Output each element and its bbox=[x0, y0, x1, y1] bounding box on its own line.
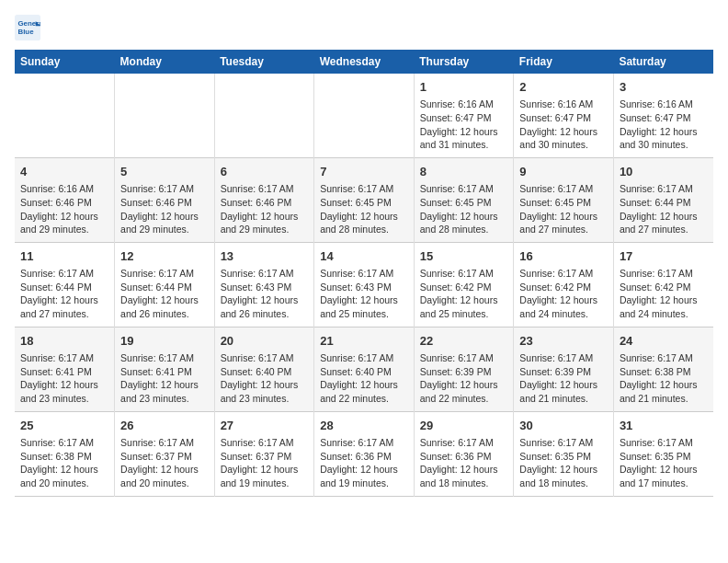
day-info: Sunrise: 6:17 AM Sunset: 6:35 PM Dayligh… bbox=[519, 436, 608, 490]
day-number: 29 bbox=[420, 418, 508, 434]
calendar-cell: 27Sunrise: 6:17 AM Sunset: 6:37 PM Dayli… bbox=[214, 411, 314, 496]
calendar-cell: 31Sunrise: 6:17 AM Sunset: 6:35 PM Dayli… bbox=[613, 411, 713, 496]
day-number: 26 bbox=[120, 418, 209, 434]
day-number: 19 bbox=[120, 333, 209, 350]
calendar-cell: 24Sunrise: 6:17 AM Sunset: 6:38 PM Dayli… bbox=[613, 327, 713, 411]
day-info: Sunrise: 6:17 AM Sunset: 6:38 PM Dayligh… bbox=[20, 436, 108, 490]
calendar-cell: 16Sunrise: 6:17 AM Sunset: 6:42 PM Dayli… bbox=[514, 242, 614, 327]
day-number: 1 bbox=[420, 79, 508, 96]
day-number: 21 bbox=[320, 333, 408, 350]
day-number: 18 bbox=[20, 333, 108, 350]
day-info: Sunrise: 6:16 AM Sunset: 6:47 PM Dayligh… bbox=[519, 98, 608, 152]
calendar-cell: 12Sunrise: 6:17 AM Sunset: 6:44 PM Dayli… bbox=[115, 242, 215, 327]
day-info: Sunrise: 6:17 AM Sunset: 6:40 PM Dayligh… bbox=[221, 351, 309, 406]
calendar-cell: 28Sunrise: 6:17 AM Sunset: 6:36 PM Dayli… bbox=[314, 411, 415, 496]
day-info: Sunrise: 6:17 AM Sunset: 6:36 PM Dayligh… bbox=[320, 436, 408, 490]
calendar-week-row: 4Sunrise: 6:16 AM Sunset: 6:46 PM Daylig… bbox=[15, 157, 713, 242]
calendar-cell: 18Sunrise: 6:17 AM Sunset: 6:41 PM Dayli… bbox=[15, 327, 115, 411]
day-info: Sunrise: 6:17 AM Sunset: 6:42 PM Dayligh… bbox=[620, 267, 708, 321]
day-number: 2 bbox=[519, 79, 608, 96]
calendar-cell: 11Sunrise: 6:17 AM Sunset: 6:44 PM Dayli… bbox=[15, 242, 115, 327]
calendar-body: 1Sunrise: 6:16 AM Sunset: 6:47 PM Daylig… bbox=[15, 74, 713, 496]
day-info: Sunrise: 6:17 AM Sunset: 6:43 PM Dayligh… bbox=[320, 267, 408, 321]
day-number: 8 bbox=[420, 164, 508, 180]
calendar-week-row: 11Sunrise: 6:17 AM Sunset: 6:44 PM Dayli… bbox=[15, 242, 713, 327]
calendar-cell: 7Sunrise: 6:17 AM Sunset: 6:45 PM Daylig… bbox=[314, 157, 415, 242]
calendar-cell: 20Sunrise: 6:17 AM Sunset: 6:40 PM Dayli… bbox=[214, 327, 314, 411]
day-number: 14 bbox=[320, 248, 408, 265]
header-saturday: Saturday bbox=[613, 50, 713, 74]
calendar-cell: 9Sunrise: 6:17 AM Sunset: 6:45 PM Daylig… bbox=[514, 157, 614, 242]
day-number: 3 bbox=[620, 79, 708, 96]
day-number: 25 bbox=[20, 418, 108, 434]
logo-icon: General Blue bbox=[15, 15, 40, 40]
calendar-cell: 22Sunrise: 6:17 AM Sunset: 6:39 PM Dayli… bbox=[414, 327, 514, 411]
day-info: Sunrise: 6:17 AM Sunset: 6:41 PM Dayligh… bbox=[20, 351, 108, 406]
day-info: Sunrise: 6:17 AM Sunset: 6:36 PM Dayligh… bbox=[420, 436, 508, 490]
day-info: Sunrise: 6:16 AM Sunset: 6:46 PM Dayligh… bbox=[20, 182, 108, 236]
day-info: Sunrise: 6:17 AM Sunset: 6:41 PM Dayligh… bbox=[120, 351, 209, 406]
day-info: Sunrise: 6:17 AM Sunset: 6:39 PM Dayligh… bbox=[420, 351, 508, 406]
header-thursday: Thursday bbox=[414, 50, 514, 74]
calendar-cell: 13Sunrise: 6:17 AM Sunset: 6:43 PM Dayli… bbox=[214, 242, 314, 327]
header-monday: Monday bbox=[115, 50, 215, 74]
day-number: 28 bbox=[320, 418, 408, 434]
day-number: 7 bbox=[320, 164, 408, 180]
day-number: 5 bbox=[120, 164, 209, 180]
calendar-cell: 10Sunrise: 6:17 AM Sunset: 6:44 PM Dayli… bbox=[613, 157, 713, 242]
day-number: 16 bbox=[519, 248, 608, 265]
day-number: 31 bbox=[620, 418, 708, 434]
day-number: 10 bbox=[620, 164, 708, 180]
weekday-header-row: Sunday Monday Tuesday Wednesday Thursday… bbox=[15, 50, 713, 74]
header-wednesday: Wednesday bbox=[314, 50, 415, 74]
calendar-cell: 21Sunrise: 6:17 AM Sunset: 6:40 PM Dayli… bbox=[314, 327, 415, 411]
calendar-cell: 26Sunrise: 6:17 AM Sunset: 6:37 PM Dayli… bbox=[115, 411, 215, 496]
header-friday: Friday bbox=[514, 50, 614, 74]
day-info: Sunrise: 6:17 AM Sunset: 6:46 PM Dayligh… bbox=[221, 182, 309, 236]
svg-text:Blue: Blue bbox=[18, 28, 35, 36]
day-info: Sunrise: 6:17 AM Sunset: 6:45 PM Dayligh… bbox=[519, 182, 608, 236]
calendar-header: Sunday Monday Tuesday Wednesday Thursday… bbox=[15, 50, 713, 74]
calendar-cell: 4Sunrise: 6:16 AM Sunset: 6:46 PM Daylig… bbox=[15, 157, 115, 242]
day-info: Sunrise: 6:17 AM Sunset: 6:45 PM Dayligh… bbox=[320, 182, 408, 236]
day-number: 13 bbox=[221, 248, 309, 265]
day-number: 23 bbox=[519, 333, 608, 350]
day-info: Sunrise: 6:17 AM Sunset: 6:40 PM Dayligh… bbox=[320, 351, 408, 406]
day-info: Sunrise: 6:17 AM Sunset: 6:44 PM Dayligh… bbox=[20, 267, 108, 321]
calendar-cell bbox=[214, 74, 314, 157]
calendar-cell: 6Sunrise: 6:17 AM Sunset: 6:46 PM Daylig… bbox=[214, 157, 314, 242]
header-sunday: Sunday bbox=[15, 50, 115, 74]
calendar-cell: 8Sunrise: 6:17 AM Sunset: 6:45 PM Daylig… bbox=[414, 157, 514, 242]
day-number: 6 bbox=[221, 164, 309, 180]
day-info: Sunrise: 6:17 AM Sunset: 6:37 PM Dayligh… bbox=[120, 436, 209, 490]
calendar-cell: 23Sunrise: 6:17 AM Sunset: 6:39 PM Dayli… bbox=[514, 327, 614, 411]
day-number: 30 bbox=[519, 418, 608, 434]
day-info: Sunrise: 6:16 AM Sunset: 6:47 PM Dayligh… bbox=[420, 98, 508, 152]
calendar-cell: 2Sunrise: 6:16 AM Sunset: 6:47 PM Daylig… bbox=[514, 74, 614, 157]
calendar-cell: 14Sunrise: 6:17 AM Sunset: 6:43 PM Dayli… bbox=[314, 242, 415, 327]
day-info: Sunrise: 6:17 AM Sunset: 6:38 PM Dayligh… bbox=[620, 351, 708, 406]
day-info: Sunrise: 6:17 AM Sunset: 6:37 PM Dayligh… bbox=[221, 436, 309, 490]
calendar-cell bbox=[115, 74, 215, 157]
day-info: Sunrise: 6:17 AM Sunset: 6:43 PM Dayligh… bbox=[221, 267, 309, 321]
calendar-cell: 29Sunrise: 6:17 AM Sunset: 6:36 PM Dayli… bbox=[414, 411, 514, 496]
day-number: 9 bbox=[519, 164, 608, 180]
day-info: Sunrise: 6:17 AM Sunset: 6:35 PM Dayligh… bbox=[620, 436, 708, 490]
calendar-cell bbox=[15, 74, 115, 157]
day-info: Sunrise: 6:17 AM Sunset: 6:44 PM Dayligh… bbox=[620, 182, 708, 236]
logo: General Blue bbox=[15, 15, 44, 40]
day-info: Sunrise: 6:17 AM Sunset: 6:42 PM Dayligh… bbox=[420, 267, 508, 321]
calendar-week-row: 1Sunrise: 6:16 AM Sunset: 6:47 PM Daylig… bbox=[15, 74, 713, 157]
day-info: Sunrise: 6:17 AM Sunset: 6:39 PM Dayligh… bbox=[519, 351, 608, 406]
calendar-cell: 1Sunrise: 6:16 AM Sunset: 6:47 PM Daylig… bbox=[414, 74, 514, 157]
calendar-week-row: 25Sunrise: 6:17 AM Sunset: 6:38 PM Dayli… bbox=[15, 411, 713, 496]
calendar-cell: 5Sunrise: 6:17 AM Sunset: 6:46 PM Daylig… bbox=[115, 157, 215, 242]
day-info: Sunrise: 6:17 AM Sunset: 6:42 PM Dayligh… bbox=[519, 267, 608, 321]
calendar-cell: 19Sunrise: 6:17 AM Sunset: 6:41 PM Dayli… bbox=[115, 327, 215, 411]
day-info: Sunrise: 6:17 AM Sunset: 6:44 PM Dayligh… bbox=[120, 267, 209, 321]
day-info: Sunrise: 6:16 AM Sunset: 6:47 PM Dayligh… bbox=[620, 98, 708, 152]
calendar-cell: 15Sunrise: 6:17 AM Sunset: 6:42 PM Dayli… bbox=[414, 242, 514, 327]
calendar-cell: 30Sunrise: 6:17 AM Sunset: 6:35 PM Dayli… bbox=[514, 411, 614, 496]
day-number: 11 bbox=[20, 248, 108, 265]
header-tuesday: Tuesday bbox=[214, 50, 314, 74]
